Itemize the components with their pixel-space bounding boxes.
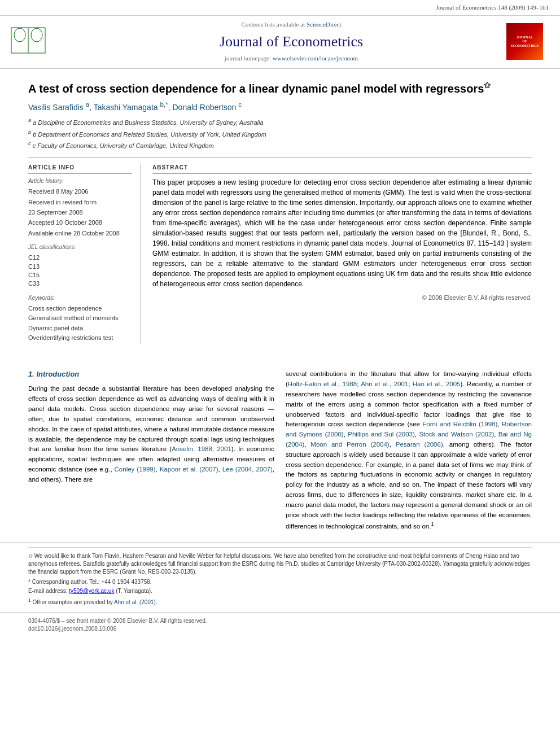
keyword-2: Generalised method of moments [28,314,132,322]
email-author: (T. Yamagata). [114,588,152,594]
elsevier-logo-area: ELSEVIER [8,25,76,59]
article-title: A test of cross section dependence for a… [28,80,532,96]
ref-pesaran[interactable]: Pesaran (2006) [396,441,443,448]
ref-ahn-fn[interactable]: Ahn et al. (2001) [114,599,156,605]
jel-c33: C33 [28,279,132,288]
corresponding-footnote: * Corresponding author. Tel.: +44 0 1904… [28,578,532,586]
star-footnote-text: ✩ We would like to thank Tom Flavin, Has… [28,553,530,575]
authors-line: Vasilis Sarafidis a, Takashi Yamagata b,… [28,100,532,113]
accepted-date: Accepted 10 October 2008 [28,219,132,227]
homepage-url[interactable]: www.elsevier.com/locate/jeconom [273,55,358,62]
keyword-4: Overidentifying restrictions test [28,334,132,342]
keyword-3: Dynamic panel data [28,324,132,333]
ref-kapoor[interactable]: Kapoor et al. (2007) [160,466,218,473]
journal-title: Journal of Econometrics [76,32,506,52]
ref-conley[interactable]: Conley (1999) [115,466,156,473]
svg-text:ELSEVIER: ELSEVIER [11,55,37,56]
journal-logo-text: JOURNALOFECONOMETRICS [510,36,539,48]
ref-phillips[interactable]: Phillips and Sul (2003) [348,431,415,438]
copyright-line: © 2008 Elsevier B.V. All rights reserved… [152,294,532,302]
jel-label: JEL classifications: [28,243,132,251]
jel-c15: C15 [28,271,132,279]
body-left-col: 1. Introduction During the past decade a… [28,369,274,536]
journal-homepage: journal homepage: www.elsevier.com/locat… [76,54,506,63]
revised-date: 23 September 2008 [28,208,132,217]
author-sup-a: a [86,101,89,108]
elsevier-logo: ELSEVIER [8,25,65,56]
article-info-label: ARTICLE INFO [28,164,132,174]
banner-center: Contents lists available at ScienceDirec… [76,20,506,63]
footnotes-section: ✩ We would like to thank Tom Flavin, Has… [0,542,560,606]
journal-info-bar: Journal of Econometrics 148 (2009) 149–1… [0,0,560,16]
ref-holtz-eakin[interactable]: Holtz-Eakin et al., 1988 [288,381,357,387]
journal-logo-box: JOURNALOFECONOMETRICS [506,23,543,60]
ref-moon[interactable]: Moon and Perron (2004) [310,441,389,448]
sciencedirect-line: Contents lists available at ScienceDirec… [76,20,506,29]
article-info-abstract-section: ARTICLE INFO Article history: Received 8… [28,158,532,343]
keywords-label: Keywords: [28,294,132,302]
email-label: E-mail address: [28,588,69,594]
body-right-text: several contributions in the literature … [286,369,532,532]
keyword-1: Cross section dependence [28,304,132,313]
affiliation-b: b b Department of Economics and Related … [28,128,532,139]
jel-c12: C12 [28,254,132,262]
keywords-section: Keywords: Cross section dependence Gener… [28,294,132,343]
page-footer: 0304-4076/$ – see front matter © 2008 El… [0,612,560,637]
affiliations: a a Discipline of Econometrics and Busin… [28,116,532,151]
title-star: ✩ [484,81,491,90]
corresponding-footnote-text: * Corresponding author. Tel.: +44 0 1904… [28,579,152,585]
jel-c13: C13 [28,263,132,271]
svg-point-2 [14,28,25,42]
email-link[interactable]: ty509@york.ac.uk [69,588,114,594]
abstract-text: This paper proposes a new testing proced… [152,177,532,289]
ref-lee[interactable]: Lee (2004, 2007) [222,466,273,473]
journal-banner: ELSEVIER Contents lists available at Sci… [0,16,560,68]
star-footnote: ✩ We would like to thank Tom Flavin, Has… [28,552,532,576]
issn-line: 0304-4076/$ – see front matter © 2008 El… [28,617,532,625]
received-date: Received 8 May 2006 [28,187,132,196]
ref-han[interactable]: Han et al., 2005 [413,381,461,387]
body-left-text: During the past decade a substantial lit… [28,384,274,484]
abstract-col: ABSTRACT This paper proposes a new testi… [152,164,532,343]
sciencedirect-link[interactable]: ScienceDirect [307,21,342,28]
journal-citation: Journal of Econometrics 148 (2009) 149–1… [436,4,549,11]
footnotes-divider [28,547,532,548]
revised-label: Received in revised form [28,198,132,207]
available-date: Available online 28 October 2008 [28,229,132,238]
body-right-col: several contributions in the literature … [286,369,532,536]
article-body: 1. Introduction During the past decade a… [0,369,560,536]
footnote-ref-1: 1 [431,521,434,527]
ref-anselin[interactable]: Anselin, 1988, 2001 [172,445,231,452]
article-info-col: ARTICLE INFO Article history: Received 8… [28,164,141,343]
journal-logo-area: JOURNALOFECONOMETRICS [506,23,552,60]
affiliation-c: c c Faculty of Economics, University of … [28,139,532,151]
article-header-section: A test of cross section dependence for a… [0,69,560,364]
affiliation-a: a a Discipline of Econometrics and Busin… [28,116,532,128]
doi-line: doi:10.1016/j.jeconom.2008.10.006 [28,625,532,633]
author-sup-c: c [238,101,242,108]
page: Journal of Econometrics 148 (2009) 149–1… [0,0,560,747]
jel-section: JEL classifications: C12 C13 C15 C33 [28,243,132,289]
email-footnote: E-mail address: ty509@york.ac.uk (T. Yam… [28,587,532,595]
section1-heading: 1. Introduction [28,369,274,379]
ref-ahn[interactable]: Ahn et al., 2001 [361,381,408,387]
svg-point-3 [31,28,42,42]
ref-forni[interactable]: Forni and Reichlin (1998) [422,421,497,427]
footnote-1: 1 Other examples are provided by Ahn et … [28,597,532,606]
history-label: Article history: [28,177,132,185]
abstract-label: ABSTRACT [152,164,532,174]
ref-stock-watson[interactable]: Stock and Watson (2002) [419,431,494,438]
author-sup-b: b,* [160,101,168,108]
footnote-1-text: 1 Other examples are provided by Ahn et … [28,599,158,605]
